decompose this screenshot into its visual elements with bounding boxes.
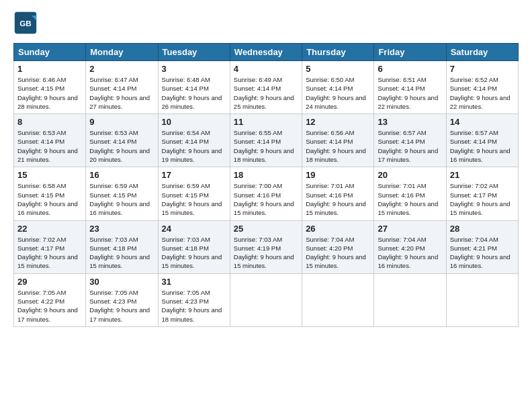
- table-row: 2Sunrise: 6:47 AMSunset: 4:14 PMDaylight…: [86, 61, 158, 114]
- col-tuesday: Tuesday: [158, 44, 230, 61]
- logo: GB: [13, 11, 40, 35]
- table-row: 31Sunrise: 7:05 AMSunset: 4:23 PMDayligh…: [158, 273, 230, 326]
- table-row: [374, 273, 446, 326]
- calendar-week-row: 15Sunrise: 6:58 AMSunset: 4:15 PMDayligh…: [14, 167, 519, 220]
- cell-text: Sunrise: 6:58 AMSunset: 4:15 PMDaylight:…: [17, 182, 78, 216]
- cell-text: Sunrise: 7:03 AMSunset: 4:19 PMDaylight:…: [234, 236, 294, 270]
- day-number: 19: [306, 170, 370, 180]
- table-row: 12Sunrise: 6:56 AMSunset: 4:14 PMDayligh…: [302, 114, 374, 167]
- cell-text: Sunrise: 7:02 AMSunset: 4:17 PMDaylight:…: [17, 236, 78, 270]
- day-number: 10: [162, 117, 226, 127]
- day-number: 6: [378, 64, 442, 74]
- table-row: 30Sunrise: 7:05 AMSunset: 4:23 PMDayligh…: [86, 273, 158, 326]
- day-number: 1: [17, 64, 82, 74]
- cell-text: Sunrise: 6:50 AMSunset: 4:14 PMDaylight:…: [306, 76, 366, 110]
- table-row: 10Sunrise: 6:54 AMSunset: 4:14 PMDayligh…: [158, 114, 230, 167]
- table-row: 29Sunrise: 7:05 AMSunset: 4:22 PMDayligh…: [14, 273, 86, 326]
- day-number: 4: [234, 64, 298, 74]
- cell-text: Sunrise: 6:56 AMSunset: 4:14 PMDaylight:…: [306, 129, 366, 163]
- day-number: 29: [17, 277, 82, 287]
- table-row: 6Sunrise: 6:51 AMSunset: 4:14 PMDaylight…: [374, 61, 446, 114]
- table-row: 23Sunrise: 7:03 AMSunset: 4:18 PMDayligh…: [86, 220, 158, 273]
- cell-text: Sunrise: 7:02 AMSunset: 4:17 PMDaylight:…: [450, 182, 511, 216]
- table-row: 14Sunrise: 6:57 AMSunset: 4:14 PMDayligh…: [446, 114, 518, 167]
- cell-text: Sunrise: 6:53 AMSunset: 4:14 PMDaylight:…: [89, 129, 150, 163]
- cell-text: Sunrise: 6:46 AMSunset: 4:15 PMDaylight:…: [17, 76, 78, 110]
- table-row: 9Sunrise: 6:53 AMSunset: 4:14 PMDaylight…: [86, 114, 158, 167]
- svg-text:GB: GB: [19, 19, 32, 28]
- calendar-week-row: 8Sunrise: 6:53 AMSunset: 4:14 PMDaylight…: [14, 114, 519, 167]
- day-number: 27: [378, 224, 442, 234]
- cell-text: Sunrise: 6:59 AMSunset: 4:15 PMDaylight:…: [162, 182, 222, 216]
- day-number: 28: [450, 224, 515, 234]
- day-number: 24: [162, 224, 226, 234]
- table-row: 26Sunrise: 7:04 AMSunset: 4:20 PMDayligh…: [302, 220, 374, 273]
- table-row: 25Sunrise: 7:03 AMSunset: 4:19 PMDayligh…: [230, 220, 302, 273]
- table-row: 8Sunrise: 6:53 AMSunset: 4:14 PMDaylight…: [14, 114, 86, 167]
- day-number: 16: [89, 170, 154, 180]
- day-number: 9: [89, 117, 154, 127]
- cell-text: Sunrise: 6:55 AMSunset: 4:14 PMDaylight:…: [234, 129, 294, 163]
- table-row: 3Sunrise: 6:48 AMSunset: 4:14 PMDaylight…: [158, 61, 230, 114]
- day-number: 5: [306, 64, 370, 74]
- table-row: 15Sunrise: 6:58 AMSunset: 4:15 PMDayligh…: [14, 167, 86, 220]
- page-header: GB: [13, 11, 519, 35]
- calendar-week-row: 29Sunrise: 7:05 AMSunset: 4:22 PMDayligh…: [14, 273, 519, 326]
- day-number: 3: [162, 64, 226, 74]
- day-number: 12: [306, 117, 370, 127]
- table-row: 1Sunrise: 6:46 AMSunset: 4:15 PMDaylight…: [14, 61, 86, 114]
- day-number: 17: [162, 170, 226, 180]
- cell-text: Sunrise: 6:59 AMSunset: 4:15 PMDaylight:…: [89, 182, 150, 216]
- cell-text: Sunrise: 6:52 AMSunset: 4:14 PMDaylight:…: [450, 76, 511, 110]
- day-number: 22: [17, 224, 82, 234]
- day-number: 26: [306, 224, 370, 234]
- table-row: 17Sunrise: 6:59 AMSunset: 4:15 PMDayligh…: [158, 167, 230, 220]
- cell-text: Sunrise: 7:04 AMSunset: 4:20 PMDaylight:…: [306, 236, 366, 270]
- table-row: 13Sunrise: 6:57 AMSunset: 4:14 PMDayligh…: [374, 114, 446, 167]
- table-row: [446, 273, 518, 326]
- table-row: 5Sunrise: 6:50 AMSunset: 4:14 PMDaylight…: [302, 61, 374, 114]
- logo-icon: GB: [13, 11, 38, 35]
- table-row: 7Sunrise: 6:52 AMSunset: 4:14 PMDaylight…: [446, 61, 518, 114]
- day-number: 30: [89, 277, 154, 287]
- cell-text: Sunrise: 7:04 AMSunset: 4:20 PMDaylight:…: [378, 236, 438, 270]
- calendar-week-row: 1Sunrise: 6:46 AMSunset: 4:15 PMDaylight…: [14, 61, 519, 114]
- day-number: 18: [234, 170, 298, 180]
- cell-text: Sunrise: 7:01 AMSunset: 4:16 PMDaylight:…: [378, 182, 438, 216]
- day-number: 14: [450, 117, 515, 127]
- cell-text: Sunrise: 7:01 AMSunset: 4:16 PMDaylight:…: [306, 182, 366, 216]
- cell-text: Sunrise: 6:54 AMSunset: 4:14 PMDaylight:…: [162, 129, 222, 163]
- cell-text: Sunrise: 6:47 AMSunset: 4:14 PMDaylight:…: [89, 76, 150, 110]
- col-sunday: Sunday: [14, 44, 86, 61]
- table-row: 18Sunrise: 7:00 AMSunset: 4:16 PMDayligh…: [230, 167, 302, 220]
- col-monday: Monday: [86, 44, 158, 61]
- table-row: 28Sunrise: 7:04 AMSunset: 4:21 PMDayligh…: [446, 220, 518, 273]
- cell-text: Sunrise: 7:03 AMSunset: 4:18 PMDaylight:…: [89, 236, 150, 270]
- cell-text: Sunrise: 7:03 AMSunset: 4:18 PMDaylight:…: [162, 236, 222, 270]
- calendar-week-row: 22Sunrise: 7:02 AMSunset: 4:17 PMDayligh…: [14, 220, 519, 273]
- cell-text: Sunrise: 7:05 AMSunset: 4:22 PMDaylight:…: [17, 289, 78, 323]
- col-saturday: Saturday: [446, 44, 518, 61]
- cell-text: Sunrise: 6:49 AMSunset: 4:14 PMDaylight:…: [234, 76, 294, 110]
- table-row: 22Sunrise: 7:02 AMSunset: 4:17 PMDayligh…: [14, 220, 86, 273]
- day-number: 8: [17, 117, 82, 127]
- table-row: 16Sunrise: 6:59 AMSunset: 4:15 PMDayligh…: [86, 167, 158, 220]
- calendar-header-row: Sunday Monday Tuesday Wednesday Thursday…: [14, 44, 519, 61]
- table-row: 19Sunrise: 7:01 AMSunset: 4:16 PMDayligh…: [302, 167, 374, 220]
- day-number: 20: [378, 170, 442, 180]
- day-number: 25: [234, 224, 298, 234]
- table-row: 20Sunrise: 7:01 AMSunset: 4:16 PMDayligh…: [374, 167, 446, 220]
- day-number: 2: [89, 64, 154, 74]
- table-row: 4Sunrise: 6:49 AMSunset: 4:14 PMDaylight…: [230, 61, 302, 114]
- day-number: 31: [162, 277, 226, 287]
- cell-text: Sunrise: 6:48 AMSunset: 4:14 PMDaylight:…: [162, 76, 222, 110]
- table-row: 11Sunrise: 6:55 AMSunset: 4:14 PMDayligh…: [230, 114, 302, 167]
- cell-text: Sunrise: 7:04 AMSunset: 4:21 PMDaylight:…: [450, 236, 511, 270]
- table-row: 27Sunrise: 7:04 AMSunset: 4:20 PMDayligh…: [374, 220, 446, 273]
- col-wednesday: Wednesday: [230, 44, 302, 61]
- cell-text: Sunrise: 6:57 AMSunset: 4:14 PMDaylight:…: [450, 129, 511, 163]
- col-thursday: Thursday: [302, 44, 374, 61]
- table-row: [302, 273, 374, 326]
- cell-text: Sunrise: 6:57 AMSunset: 4:14 PMDaylight:…: [378, 129, 438, 163]
- day-number: 15: [17, 170, 82, 180]
